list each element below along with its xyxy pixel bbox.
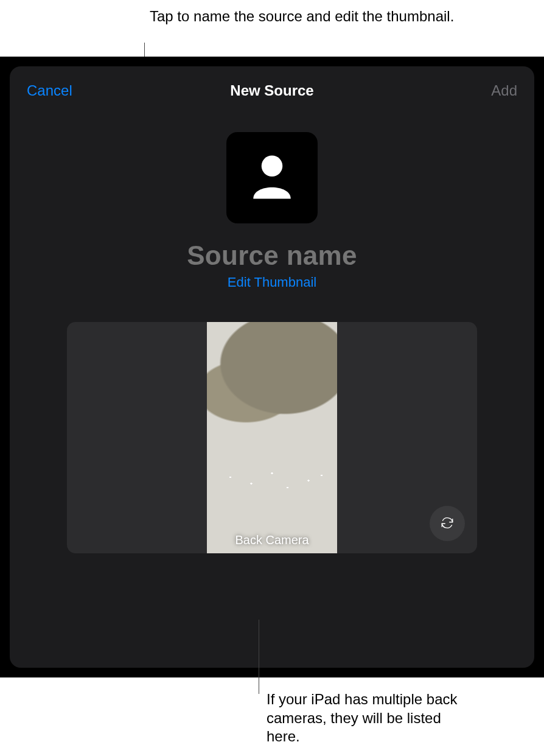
add-button[interactable]: Add <box>491 82 517 99</box>
camera-preview-image <box>207 322 337 553</box>
new-source-modal: Cancel New Source Add Edit Thumbnail Bac… <box>10 66 534 668</box>
callout-leader-line <box>259 620 259 694</box>
cancel-button[interactable]: Cancel <box>27 82 72 99</box>
device-background: Cancel New Source Add Edit Thumbnail Bac… <box>0 57 544 677</box>
modal-title: New Source <box>230 82 313 99</box>
person-placeholder-icon <box>243 147 301 208</box>
thumbnail-preview[interactable] <box>226 132 318 223</box>
svg-point-0 <box>262 155 283 177</box>
callout-top: Tap to name the source and edit the thum… <box>150 7 454 26</box>
flip-camera-button[interactable] <box>430 506 465 541</box>
camera-preview-card: Back Camera <box>67 322 477 553</box>
camera-preview-label: Back Camera <box>235 533 309 547</box>
callout-bottom: If your iPad has multiple back cameras, … <box>267 690 467 746</box>
camera-flip-icon <box>438 514 456 534</box>
modal-navbar: Cancel New Source Add <box>10 66 534 115</box>
source-name-input[interactable] <box>99 240 445 271</box>
edit-thumbnail-button[interactable]: Edit Thumbnail <box>228 275 316 290</box>
